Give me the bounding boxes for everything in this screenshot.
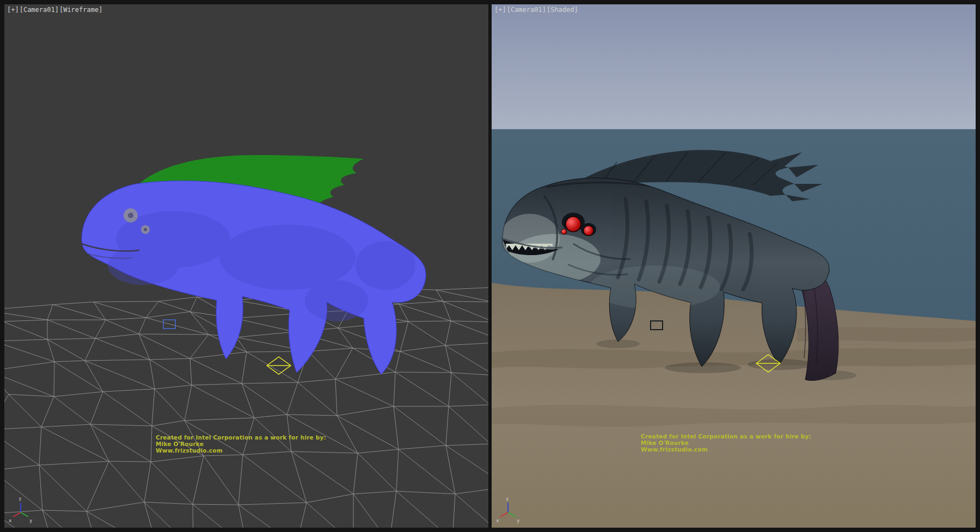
viewport-menu-button[interactable]: [+] — [494, 6, 506, 14]
axis-z-label: z — [506, 496, 509, 502]
axis-y-label: y — [517, 518, 520, 523]
watermark-line: Created for Intel Corporation as a work … — [156, 434, 326, 441]
3d-app-viewport-area: [+][Camera01][Wireframe] — [0, 0, 980, 532]
axis-x-label: x — [496, 518, 499, 523]
world-axis-tripod: z x y — [9, 496, 33, 523]
watermark-line: Mike O'Rourke — [641, 440, 811, 446]
viewport-menu-button[interactable]: [+] — [7, 6, 19, 14]
watermark-line: Mike O'Rourke — [156, 441, 326, 447]
watermark-line: Www.frizstudio.com — [156, 447, 326, 454]
viewport-shading-label[interactable]: [Shaded] — [547, 6, 578, 14]
watermark-text: Created for Intel Corporation as a work … — [641, 433, 811, 453]
watermark-line: Www.frizstudio.com — [641, 446, 811, 453]
axis-z-label: z — [19, 496, 21, 502]
viewport-camera-label[interactable]: [Camera01] — [20, 6, 59, 14]
axis-x-label: x — [9, 518, 12, 523]
watermark-line: Created for Intel Corporation as a work … — [641, 433, 811, 440]
viewport-label-left: [+][Camera01][Wireframe] — [7, 6, 103, 14]
viewport-shading-label[interactable]: [Wireframe] — [59, 6, 102, 14]
sky — [492, 4, 976, 129]
viewport-shaded[interactable]: [+][Camera01][Shaded] — [492, 4, 976, 528]
diamond-helper-gizmo[interactable] — [267, 357, 291, 374]
watermark-text: Created for Intel Corporation as a work … — [156, 434, 326, 454]
viewport-camera-label[interactable]: [Camera01] — [507, 6, 546, 14]
viewport-wireframe[interactable]: [+][Camera01][Wireframe] — [4, 4, 488, 528]
axis-y-label: y — [29, 518, 33, 523]
ground-grid-wireframe — [4, 287, 488, 528]
viewport-label-right: [+][Camera01][Shaded] — [494, 6, 579, 14]
